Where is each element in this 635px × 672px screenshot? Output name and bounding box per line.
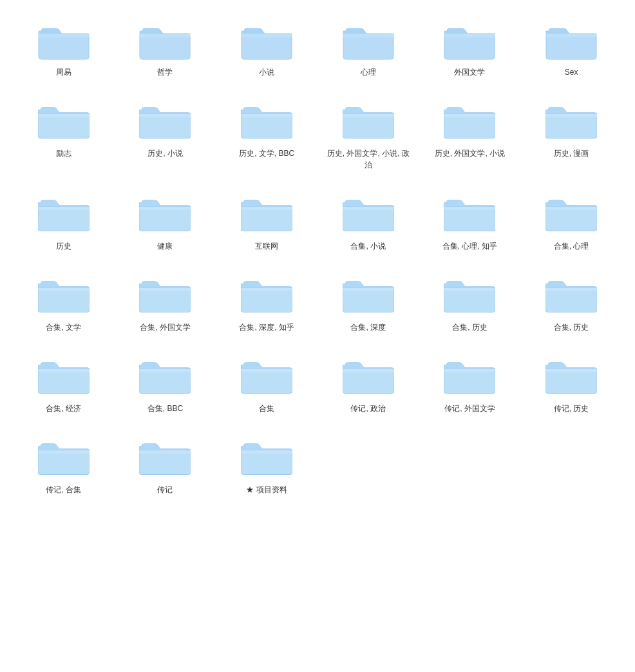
- folder-item[interactable]: 传记: [115, 430, 216, 505]
- folder-label: 合集, 外国文学: [140, 322, 191, 333]
- folder-item[interactable]: 心理: [318, 13, 419, 88]
- folder-label: 传记, 合集: [46, 484, 81, 495]
- folder-label: 小说: [259, 66, 274, 78]
- folder-icon: [139, 193, 191, 235]
- folder-item[interactable]: 历史, 漫画: [520, 94, 622, 180]
- folder-label: 历史, 漫画: [554, 148, 589, 159]
- folder-label: 传记, 历史: [554, 403, 589, 414]
- folder-item[interactable]: Sex: [520, 13, 622, 88]
- folder-icon: [38, 193, 90, 235]
- folder-item[interactable]: 合集, BBC: [115, 349, 216, 424]
- folder-item[interactable]: 合集, 历史: [419, 268, 521, 343]
- folder-icon: [444, 19, 495, 61]
- folder-icon: [545, 356, 597, 398]
- folder-icon: [343, 19, 394, 61]
- folder-icon: [38, 356, 90, 398]
- folder-item[interactable]: 合集, 小说: [318, 187, 419, 262]
- folder-item[interactable]: 合集, 文学: [13, 268, 115, 343]
- folder-label: ★ 项目资料: [246, 484, 287, 495]
- folder-icon: [139, 356, 191, 398]
- folder-label: 哲学: [157, 66, 173, 78]
- folder-label: 合集: [259, 403, 274, 414]
- folder-item[interactable]: 互联网: [216, 187, 318, 262]
- folder-item[interactable]: 合集, 经济: [13, 349, 115, 424]
- folder-icon: [444, 193, 495, 235]
- folder-label: 健康: [157, 240, 173, 252]
- folder-icon: [545, 101, 597, 142]
- folder-icon: [545, 19, 597, 61]
- folder-label: 历史: [56, 240, 71, 252]
- folder-icon: [545, 274, 597, 316]
- folder-label: 历史, 外国文学, 小说, 政治: [327, 148, 410, 171]
- folder-label: 合集, 小说: [350, 240, 386, 252]
- folder-label: 合集, 深度: [350, 322, 386, 333]
- folder-icon: [38, 101, 90, 142]
- folder-label: 合集, 历史: [554, 322, 589, 333]
- folder-item[interactable]: 小说: [216, 13, 318, 88]
- folder-icon: [444, 274, 495, 316]
- folder-item[interactable]: 哲学: [115, 13, 216, 88]
- folder-label: 互联网: [255, 240, 278, 252]
- folder-icon: [343, 193, 394, 235]
- folder-icon: [241, 193, 292, 235]
- folder-label: 合集, 经济: [46, 403, 81, 414]
- folder-icon: [139, 437, 191, 479]
- folder-icon: [38, 437, 90, 479]
- folder-item[interactable]: 传记, 外国文学: [419, 349, 521, 424]
- folder-icon: [241, 274, 292, 316]
- folder-icon: [241, 101, 292, 142]
- folder-item[interactable]: 励志: [13, 94, 115, 180]
- folder-label: 周易: [56, 66, 71, 78]
- folder-item[interactable]: 外国文学: [419, 13, 521, 88]
- folder-item[interactable]: 历史, 小说: [115, 94, 216, 180]
- folder-item[interactable]: 合集, 历史: [520, 268, 622, 343]
- folder-icon: [139, 274, 191, 316]
- folder-label: 历史, 外国文学, 小说: [435, 148, 505, 159]
- folder-icon: [343, 356, 394, 398]
- folder-item[interactable]: 合集, 心理, 知乎: [419, 187, 521, 262]
- folder-item[interactable]: ★ 项目资料: [216, 430, 318, 505]
- folder-label: Sex: [565, 66, 578, 78]
- folder-item[interactable]: 合集: [216, 349, 318, 424]
- folder-label: 外国文学: [454, 66, 485, 78]
- folder-item[interactable]: 健康: [115, 187, 216, 262]
- folder-icon: [444, 101, 495, 142]
- folder-label: 合集, 文学: [46, 322, 81, 333]
- folder-label: 心理: [361, 66, 376, 78]
- folder-label: 合集, 历史: [452, 322, 488, 333]
- folder-icon: [139, 101, 191, 142]
- folder-icon: [38, 19, 90, 61]
- folder-icon: [241, 437, 292, 479]
- folder-label: 合集, 深度, 知乎: [239, 322, 294, 333]
- folder-item[interactable]: 合集, 心理: [520, 187, 622, 262]
- folder-item[interactable]: 历史, 外国文学, 小说: [419, 94, 521, 180]
- folder-item[interactable]: 传记, 合集: [13, 430, 115, 505]
- folder-item[interactable]: 合集, 外国文学: [115, 268, 216, 343]
- folder-label: 历史, 小说: [147, 148, 183, 159]
- folder-label: 合集, 心理, 知乎: [442, 240, 497, 252]
- folder-item[interactable]: 合集, 深度, 知乎: [216, 268, 318, 343]
- folder-item[interactable]: 历史, 外国文学, 小说, 政治: [318, 94, 419, 180]
- folder-item[interactable]: 合集, 深度: [318, 268, 419, 343]
- folder-label: 传记, 外国文学: [444, 403, 495, 414]
- folder-icon: [241, 356, 292, 398]
- folder-icon: [444, 356, 495, 398]
- folder-icon: [38, 274, 90, 316]
- folder-icon: [343, 101, 394, 142]
- folder-label: 合集, 心理: [554, 240, 589, 252]
- folder-icon: [545, 193, 597, 235]
- folder-item[interactable]: 传记, 政治: [318, 349, 419, 424]
- folder-icon: [241, 19, 292, 61]
- folder-label: 合集, BBC: [147, 403, 183, 414]
- folder-item[interactable]: 历史: [13, 187, 115, 262]
- folder-item[interactable]: 传记, 历史: [520, 349, 622, 424]
- folder-item[interactable]: 周易: [13, 13, 115, 88]
- folder-icon: [343, 274, 394, 316]
- folder-grid: 周易 哲学 小说 心理: [13, 13, 622, 505]
- folder-label: 传记, 政治: [350, 403, 386, 414]
- folder-item[interactable]: 历史, 文学, BBC: [216, 94, 318, 180]
- folder-label: 励志: [56, 148, 71, 159]
- folder-label: 传记: [157, 484, 173, 495]
- folder-icon: [139, 19, 191, 61]
- folder-label: 历史, 文学, BBC: [239, 148, 294, 159]
